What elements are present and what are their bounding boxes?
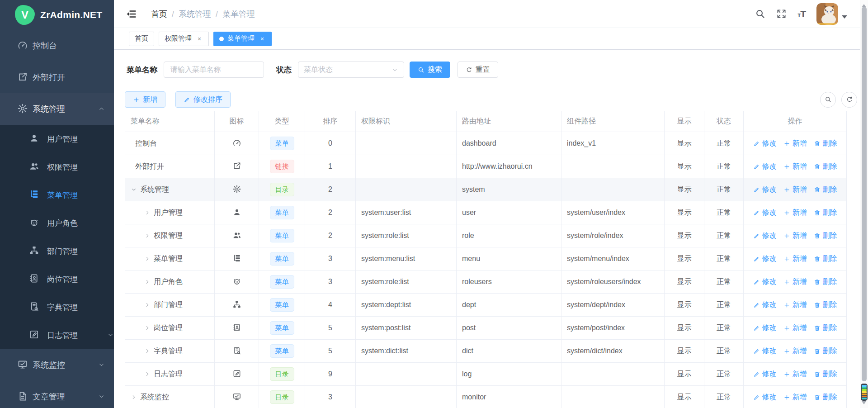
row-edit-link[interactable]: 修改: [753, 323, 777, 333]
row-add-link[interactable]: 新增: [783, 300, 807, 310]
fullscreen-button[interactable]: [776, 9, 787, 19]
row-add-link[interactable]: 新增: [783, 254, 807, 264]
tree-expand-arrow[interactable]: [131, 394, 137, 400]
sidebar-fold-button[interactable]: [123, 6, 139, 22]
navbar: 首页/系统管理/菜单管理 тT: [114, 0, 868, 28]
row-add-link[interactable]: 新增: [783, 139, 807, 148]
font-size-button[interactable]: тT: [797, 9, 806, 19]
sidebar-item-日志管理[interactable]: 日志管理: [0, 321, 114, 349]
sidebar-item-用户角色[interactable]: 用户角色: [0, 209, 114, 237]
row-add-link[interactable]: 新增: [783, 185, 807, 195]
row-add-link[interactable]: 新增: [783, 323, 807, 333]
table-row[interactable]: 系统管理目录2system显示正常修改新增删除: [125, 178, 846, 201]
sidebar-item-权限管理[interactable]: 权限管理: [0, 153, 114, 181]
sidebar-item-岗位管理[interactable]: 岗位管理: [0, 265, 114, 293]
tree-expand-arrow[interactable]: [144, 325, 151, 331]
table-row[interactable]: 外部打开链接1http://www.izhaorui.cn显示正常修改新增删除: [125, 155, 846, 178]
row-edit-link[interactable]: 修改: [753, 231, 777, 241]
row-delete-link[interactable]: 删除: [814, 231, 837, 241]
row-edit-link[interactable]: 修改: [753, 393, 777, 402]
row-delete-link[interactable]: 删除: [814, 139, 837, 148]
row-edit-link[interactable]: 修改: [753, 346, 777, 356]
row-add-link[interactable]: 新增: [783, 346, 807, 356]
row-edit-link[interactable]: 修改: [753, 162, 777, 171]
tree-expand-arrow[interactable]: [144, 371, 151, 377]
tree-expand-arrow[interactable]: [144, 232, 151, 239]
row-delete-link[interactable]: 删除: [814, 208, 837, 218]
cell-actions: 修改新增删除: [744, 363, 846, 386]
cell-sort: 9: [305, 363, 356, 386]
row-edit-link[interactable]: 修改: [753, 185, 777, 195]
tree-expand-arrow[interactable]: [144, 348, 151, 354]
row-delete-link[interactable]: 删除: [814, 300, 837, 310]
add-button[interactable]: 新增: [125, 91, 165, 108]
tree-expand-arrow[interactable]: [144, 256, 151, 262]
table-row[interactable]: 部门管理菜单4system:dept:listdeptsystem/dept/i…: [125, 294, 846, 317]
user-menu[interactable]: [816, 3, 847, 25]
row-edit-link[interactable]: 修改: [753, 208, 777, 218]
table-row[interactable]: 系统监控目录3monitor显示正常修改新增删除: [125, 386, 846, 408]
reset-button[interactable]: 重置: [458, 62, 498, 78]
tree-expand-arrow[interactable]: [144, 209, 151, 216]
tab-权限管理[interactable]: 权限管理×: [159, 32, 209, 46]
sidebar-item-用户管理[interactable]: 用户管理: [0, 125, 114, 153]
table-row[interactable]: 岗位管理菜单5system:post:listpostsystem/post/i…: [125, 317, 846, 340]
sidebar-item-控制台[interactable]: 控制台: [0, 30, 114, 62]
sidebar-item-文章管理[interactable]: 文章管理: [0, 381, 114, 408]
tree-expand-arrow[interactable]: [144, 302, 151, 308]
edit-sort-button[interactable]: 修改排序: [175, 91, 231, 108]
avatar[interactable]: [816, 3, 838, 25]
scrollbar-down-arrow-icon[interactable]: [862, 401, 866, 407]
row-edit-link[interactable]: 修改: [753, 300, 777, 310]
tree-expand-arrow[interactable]: [144, 279, 151, 285]
toggle-search-button[interactable]: [820, 92, 836, 108]
table-row[interactable]: 权限管理菜单2system:role:listrolesystem/role/i…: [125, 224, 846, 247]
sidebar-item-菜单管理[interactable]: 菜单管理: [0, 181, 114, 209]
tab-close-icon[interactable]: ×: [196, 35, 203, 43]
row-delete-link[interactable]: 删除: [814, 346, 837, 356]
sidebar-item-外部打开[interactable]: 外部打开: [0, 62, 114, 93]
row-add-link[interactable]: 新增: [783, 370, 807, 379]
row-edit-link[interactable]: 修改: [753, 277, 777, 287]
row-delete-link[interactable]: 删除: [814, 162, 837, 171]
tree-expand-arrow[interactable]: [131, 186, 137, 193]
sidebar-item-label: 系统监控: [33, 360, 98, 370]
tab-首页[interactable]: 首页: [129, 32, 154, 46]
row-delete-link[interactable]: 删除: [814, 393, 837, 402]
row-add-link[interactable]: 新增: [783, 208, 807, 218]
scrollbar-thumb[interactable]: [862, 7, 867, 381]
row-edit-link[interactable]: 修改: [753, 370, 777, 379]
row-edit-link[interactable]: 修改: [753, 254, 777, 264]
row-delete-link[interactable]: 删除: [814, 370, 837, 379]
sidebar-item-label: 字典管理: [47, 302, 114, 313]
breadcrumb-item[interactable]: 首页: [151, 9, 167, 19]
search-button[interactable]: 搜索: [410, 62, 450, 78]
row-delete-link[interactable]: 删除: [814, 277, 837, 287]
row-delete-link[interactable]: 删除: [814, 323, 837, 333]
header-search-button[interactable]: [755, 9, 765, 19]
sidebar-item-系统管理[interactable]: 系统管理: [0, 93, 114, 125]
menu-name-input[interactable]: [164, 62, 264, 78]
row-add-link[interactable]: 新增: [783, 162, 807, 171]
sidebar-item-系统监控[interactable]: 系统监控: [0, 349, 114, 381]
tab-close-icon[interactable]: ×: [259, 35, 266, 43]
sidebar-item-label: 日志管理: [47, 330, 107, 341]
row-delete-link[interactable]: 删除: [814, 254, 837, 264]
table-row[interactable]: 菜单管理菜单3system:menu:listmenusystem/menu/i…: [125, 247, 846, 270]
row-delete-link[interactable]: 删除: [814, 185, 837, 195]
row-add-link[interactable]: 新增: [783, 277, 807, 287]
status-select[interactable]: 菜单状态: [298, 62, 404, 78]
row-add-link[interactable]: 新增: [783, 393, 807, 402]
table-row[interactable]: 用户角色菜单3system:role:listroleuserssystem/r…: [125, 270, 846, 294]
table-row[interactable]: 用户管理菜单2system:user:listusersystem/user/i…: [125, 201, 846, 224]
tab-菜单管理[interactable]: 菜单管理×: [213, 32, 272, 46]
sidebar-item-字典管理[interactable]: 字典管理: [0, 293, 114, 321]
table-row[interactable]: 日志管理目录9log显示正常修改新增删除: [125, 363, 846, 386]
row-edit-link[interactable]: 修改: [753, 139, 777, 148]
sidebar-item-部门管理[interactable]: 部门管理: [0, 237, 114, 265]
table-row[interactable]: 字典管理菜单5system:dict:listdictsystem/dict/i…: [125, 340, 846, 363]
row-add-link[interactable]: 新增: [783, 231, 807, 241]
table-row[interactable]: 控制台菜单0dashboardindex_v1显示正常修改新增删除: [125, 132, 846, 155]
page-scrollbar[interactable]: [860, 0, 868, 408]
refresh-table-button[interactable]: [841, 92, 857, 108]
